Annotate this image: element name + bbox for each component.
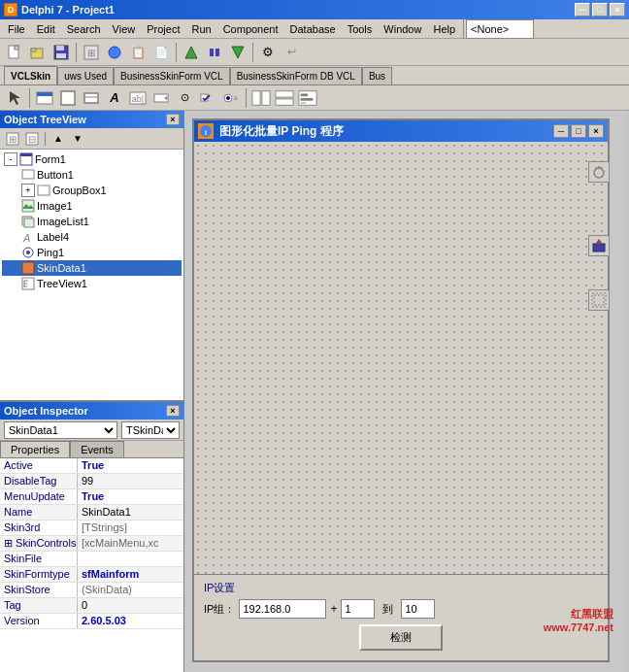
side-tools xyxy=(588,161,610,311)
tree-item-imagelist1[interactable]: ImageList1 xyxy=(2,214,182,229)
tree-item-image1[interactable]: Image1 xyxy=(2,198,182,214)
comp-btn4[interactable]: A xyxy=(104,87,125,109)
treeview-close[interactable]: × xyxy=(166,114,180,125)
side-tool-2[interactable] xyxy=(588,235,610,256)
menu-help[interactable]: Help xyxy=(427,21,461,37)
prop-skincontrols-value[interactable]: [xcMainMenu,xc xyxy=(78,536,183,551)
minimize-button[interactable]: ─ xyxy=(575,3,590,17)
tb-btn7[interactable]: 📄 xyxy=(150,42,172,63)
tree-item-ping1[interactable]: Ping1 xyxy=(2,245,182,260)
tb-btn9[interactable] xyxy=(204,42,225,63)
tab-vclskin[interactable]: VCLSkin xyxy=(4,66,57,84)
tb-btn10[interactable] xyxy=(227,42,248,63)
prop-menuupdate-value[interactable]: True xyxy=(78,489,183,504)
tab-bus[interactable]: Bus xyxy=(362,67,392,84)
tree-item-button1[interactable]: Button1 xyxy=(2,167,182,183)
inspector-tab-events[interactable]: Events xyxy=(70,441,124,457)
comp-btn11[interactable] xyxy=(274,87,295,109)
comp-btn2[interactable] xyxy=(57,87,79,109)
new-button[interactable] xyxy=(4,42,25,63)
comp-btn6[interactable] xyxy=(150,87,172,109)
inspector-object-select[interactable]: SkinData1 xyxy=(4,421,117,439)
expand-groupbox1[interactable]: + xyxy=(21,184,35,197)
groupbox-icon xyxy=(37,184,50,197)
main-area: Object TreeView × ⊞ ⊟ ▲ ▼ - xyxy=(0,111,629,672)
tree-item-groupbox1[interactable]: + GroupBox1 xyxy=(2,183,182,198)
comp-btn7[interactable]: ⊙ xyxy=(174,87,195,109)
menu-file[interactable]: File xyxy=(2,21,31,37)
menu-database[interactable]: Database xyxy=(284,21,342,37)
save-button[interactable] xyxy=(50,42,72,63)
comp-btn10[interactable] xyxy=(250,87,272,109)
prop-disabletag-value[interactable]: 99 xyxy=(78,474,183,488)
menu-run[interactable]: Run xyxy=(185,21,216,37)
tb-btn6[interactable]: 📋 xyxy=(127,42,149,63)
menu-separator xyxy=(463,19,464,39)
maximize-button[interactable]: □ xyxy=(592,3,608,17)
app-titlebar: D Delphi 7 - Project1 ─ □ × xyxy=(0,0,629,19)
prop-tag-value[interactable]: 0 xyxy=(78,598,183,613)
ip-input-base[interactable] xyxy=(239,599,326,619)
inspector-type-select[interactable]: TSkinData xyxy=(121,421,180,439)
svg-rect-43 xyxy=(38,185,50,195)
tab-bsvdbform[interactable]: BusinessSkinForm DB VCL xyxy=(230,67,362,84)
prop-skinformtype-name: SkinFormtype xyxy=(0,567,78,582)
menu-project[interactable]: Project xyxy=(141,21,185,37)
comp-btn12[interactable] xyxy=(297,87,318,109)
tb-btn12[interactable]: ↩ xyxy=(281,42,302,63)
prop-skin3rd-value[interactable]: [TStrings] xyxy=(78,521,183,535)
inner-window[interactable]: i 图形化批量IP Ping 程序 ─ □ × xyxy=(192,118,610,662)
sort-desc[interactable]: ▼ xyxy=(69,130,86,148)
tab-uwsused[interactable]: uws Used xyxy=(57,67,114,84)
tab-bsvform[interactable]: BusinessSkinForm VCL xyxy=(114,67,230,84)
detect-button[interactable]: 检测 xyxy=(359,624,443,651)
side-tool-3[interactable] xyxy=(588,289,610,311)
ip-input-end[interactable] xyxy=(401,599,435,619)
inspector-tab-properties[interactable]: Properties xyxy=(0,441,70,457)
inspector-close[interactable]: × xyxy=(166,405,180,417)
menu-search[interactable]: Search xyxy=(61,21,107,37)
skindata1-label: SkinData1 xyxy=(37,262,86,274)
inner-minimize[interactable]: ─ xyxy=(553,124,569,138)
tb-btn4[interactable]: ⊞ xyxy=(81,42,102,63)
prop-skinformtype-value[interactable]: sfMainform xyxy=(78,567,183,582)
tree-item-label4[interactable]: A Label4 xyxy=(2,229,182,245)
select-tool[interactable] xyxy=(4,87,25,109)
menu-tools[interactable]: Tools xyxy=(342,21,379,37)
menu-dropdown[interactable]: <None> xyxy=(466,19,534,39)
menu-component[interactable]: Component xyxy=(217,21,284,37)
form-dotted-canvas[interactable] xyxy=(194,142,608,574)
comp-btn8[interactable] xyxy=(197,87,218,109)
side-tool-1[interactable] xyxy=(588,161,610,183)
toolbar-row2: A ab| ⊙ ≡ xyxy=(0,85,629,111)
prop-active-value[interactable]: True xyxy=(78,458,183,473)
tree-btn1[interactable]: ⊞ xyxy=(4,130,21,148)
tb-btn8[interactable] xyxy=(181,42,202,63)
tb-btn11[interactable]: ⚙ xyxy=(257,42,279,63)
expand-form1[interactable]: - xyxy=(4,152,17,166)
menu-view[interactable]: View xyxy=(107,21,142,37)
prop-name-value[interactable]: SkinData1 xyxy=(78,505,183,520)
tree-item-form1[interactable]: - Form1 xyxy=(2,151,182,167)
tree-item-skindata1[interactable]: SkinData1 xyxy=(2,260,182,276)
tree-item-treeview1[interactable]: TreeView1 xyxy=(2,276,182,291)
menu-edit[interactable]: Edit xyxy=(31,21,61,37)
comp-btn1[interactable] xyxy=(34,87,55,109)
tb-btn5[interactable] xyxy=(104,42,125,63)
comp-btn3[interactable] xyxy=(81,87,102,109)
inner-maximize[interactable]: □ xyxy=(571,124,586,138)
menu-window[interactable]: Window xyxy=(378,21,427,37)
open-button[interactable] xyxy=(27,42,49,63)
prop-skinfile-value[interactable] xyxy=(78,552,183,566)
prop-version-value[interactable]: 2.60.5.03 xyxy=(78,614,183,628)
ip-input-start[interactable] xyxy=(341,599,375,619)
treeview-icon xyxy=(21,277,35,290)
comp-btn5[interactable]: ab| xyxy=(127,87,149,109)
comp-btn9[interactable]: ≡ xyxy=(220,87,242,109)
sort-asc[interactable]: ▲ xyxy=(50,130,67,148)
tree-btn2[interactable]: ⊟ xyxy=(23,130,41,148)
prop-skinstore-value[interactable]: (SkinData) xyxy=(78,583,183,597)
inner-close[interactable]: × xyxy=(588,124,604,138)
svg-text:i: i xyxy=(205,128,207,137)
close-button[interactable]: × xyxy=(610,3,625,17)
